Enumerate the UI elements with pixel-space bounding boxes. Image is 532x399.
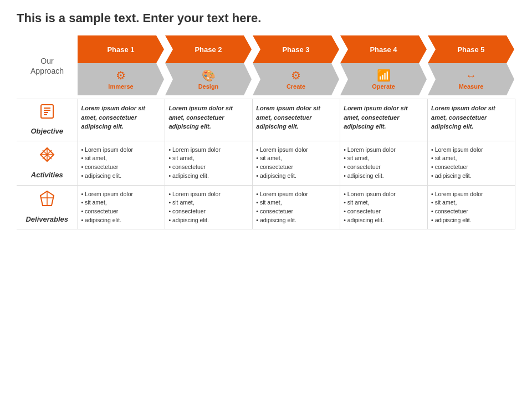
objective-text-5: Lorem ipsum dolor sit amet, consectetuer… bbox=[431, 105, 495, 130]
list-item: sit amet, bbox=[344, 154, 424, 162]
deliverables-icon bbox=[39, 190, 55, 213]
list-item: Lorem ipsum dolor bbox=[81, 146, 162, 154]
list-item: Lorem ipsum dolor bbox=[256, 146, 336, 154]
activities-list-2: Lorem ipsum dolor sit amet, consectetuer… bbox=[168, 146, 249, 180]
deliverables-cell-2: Lorem ipsum dolor sit amet, consectetuer… bbox=[165, 185, 253, 229]
list-item: consectetuer bbox=[168, 207, 249, 216]
phase-5-sublabel: Measure bbox=[459, 83, 484, 90]
list-item: consectetuer bbox=[256, 207, 336, 216]
activities-list-1: Lorem ipsum dolor sit amet, consectetuer… bbox=[81, 146, 162, 180]
activities-list-4: Lorem ipsum dolor sit amet, consectetuer… bbox=[344, 146, 424, 180]
phases-row: OurApproach Phase 1 ⚙ Immerse Phase 2 🎨 … bbox=[17, 35, 515, 96]
data-table: Objective Lorem ipsum dolor sit amet, co… bbox=[17, 99, 515, 229]
activities-label-cell: Activities bbox=[17, 141, 78, 185]
phase-2: Phase 2 🎨 Design bbox=[165, 35, 252, 96]
deliverables-cell-1: Lorem ipsum dolor sit amet, consectetuer… bbox=[78, 185, 165, 229]
list-item: Lorem ipsum dolor bbox=[344, 146, 424, 154]
list-item: consectetuer bbox=[81, 207, 162, 216]
list-item: consectetuer bbox=[168, 163, 249, 171]
objective-text-1: Lorem ipsum dolor sit amet, consectetuer… bbox=[81, 105, 146, 130]
phase-5-top: Phase 5 bbox=[428, 35, 514, 63]
list-item: Lorem ipsum dolor bbox=[431, 190, 511, 198]
deliverables-list-2: Lorem ipsum dolor sit amet, consectetuer… bbox=[168, 190, 249, 224]
activities-row-label: Activities bbox=[20, 146, 74, 181]
phase-5: Phase 5 ↔ Measure bbox=[428, 35, 514, 96]
list-item: consectetuer bbox=[81, 163, 162, 171]
list-item: adipiscing elit. bbox=[431, 172, 511, 180]
objective-cell-3: Lorem ipsum dolor sit amet, consectetuer… bbox=[253, 99, 340, 141]
list-item: consectetuer bbox=[344, 163, 424, 171]
phase-4-top: Phase 4 bbox=[340, 35, 427, 63]
activities-list-3: Lorem ipsum dolor sit amet, consectetuer… bbox=[256, 146, 336, 180]
deliverables-list-3: Lorem ipsum dolor sit amet, consectetuer… bbox=[256, 190, 336, 224]
objective-title: Objective bbox=[30, 126, 63, 136]
list-item: sit amet, bbox=[81, 198, 162, 207]
objective-cell-5: Lorem ipsum dolor sit amet, consectetuer… bbox=[428, 99, 515, 141]
list-item: sit amet, bbox=[256, 154, 336, 162]
list-item: adipiscing elit. bbox=[431, 216, 511, 224]
list-item: Lorem ipsum dolor bbox=[344, 190, 424, 198]
operate-icon: 📶 bbox=[377, 69, 391, 82]
list-item: consectetuer bbox=[344, 207, 424, 216]
phases-container: Phase 1 ⚙ Immerse Phase 2 🎨 Design Phase… bbox=[78, 35, 515, 96]
list-item: Lorem ipsum dolor bbox=[431, 146, 511, 154]
objective-label-cell: Objective bbox=[17, 99, 78, 141]
page-title: This is a sample text. Enter your text h… bbox=[17, 11, 515, 25]
page: This is a sample text. Enter your text h… bbox=[0, 0, 532, 399]
phase-1: Phase 1 ⚙ Immerse bbox=[78, 35, 164, 96]
deliverables-list-5: Lorem ipsum dolor sit amet, consectetuer… bbox=[431, 190, 511, 224]
objective-icon bbox=[39, 104, 55, 124]
activities-cell-4: Lorem ipsum dolor sit amet, consectetuer… bbox=[340, 141, 428, 185]
deliverables-cell-3: Lorem ipsum dolor sit amet, consectetuer… bbox=[253, 185, 340, 229]
objective-row-label: Objective bbox=[20, 104, 74, 136]
activities-title: Activities bbox=[31, 170, 63, 180]
deliverables-title: Deliverables bbox=[25, 214, 68, 224]
deliverables-row-label: Deliverables bbox=[20, 190, 74, 225]
deliverables-list-4: Lorem ipsum dolor sit amet, consectetuer… bbox=[344, 190, 424, 224]
activities-cell-1: Lorem ipsum dolor sit amet, consectetuer… bbox=[78, 141, 165, 185]
measure-icon: ↔ bbox=[466, 69, 477, 82]
activities-cell-2: Lorem ipsum dolor sit amet, consectetuer… bbox=[165, 141, 253, 185]
list-item: Lorem ipsum dolor bbox=[168, 190, 249, 198]
phase-3-sublabel: Create bbox=[287, 83, 305, 90]
activities-cell-5: Lorem ipsum dolor sit amet, consectetuer… bbox=[428, 141, 515, 185]
objective-cell-4: Lorem ipsum dolor sit amet, consectetuer… bbox=[340, 99, 428, 141]
phase-2-sublabel: Design bbox=[198, 83, 219, 90]
list-item: sit amet, bbox=[431, 198, 511, 207]
list-item: Lorem ipsum dolor bbox=[81, 190, 162, 198]
list-item: sit amet, bbox=[81, 154, 162, 162]
list-item: Lorem ipsum dolor bbox=[256, 190, 336, 198]
list-item: sit amet, bbox=[431, 154, 511, 162]
deliverables-list-1: Lorem ipsum dolor sit amet, consectetuer… bbox=[81, 190, 162, 224]
activities-list-5: Lorem ipsum dolor sit amet, consectetuer… bbox=[431, 146, 511, 180]
phase-2-top: Phase 2 bbox=[165, 35, 252, 63]
phase-4: Phase 4 📶 Operate bbox=[340, 35, 427, 96]
list-item: consectetuer bbox=[256, 163, 336, 171]
deliverables-cell-4: Lorem ipsum dolor sit amet, consectetuer… bbox=[340, 185, 428, 229]
phase-1-sublabel: Immerse bbox=[108, 83, 133, 90]
list-item: adipiscing elit. bbox=[256, 172, 336, 180]
phase-4-bottom: 📶 Operate bbox=[340, 63, 427, 95]
list-item: Lorem ipsum dolor bbox=[168, 146, 249, 154]
list-item: sit amet, bbox=[168, 198, 249, 207]
objective-text-3: Lorem ipsum dolor sit amet, consectetuer… bbox=[256, 105, 320, 130]
list-item: sit amet, bbox=[344, 198, 424, 207]
list-item: adipiscing elit. bbox=[344, 216, 424, 224]
approach-label: OurApproach bbox=[17, 35, 78, 96]
objective-cell-1: Lorem ipsum dolor sit amet, consectetuer… bbox=[78, 99, 165, 141]
activities-row: Activities Lorem ipsum dolor sit amet, c… bbox=[17, 141, 515, 185]
list-item: adipiscing elit. bbox=[81, 216, 162, 224]
activities-cell-3: Lorem ipsum dolor sit amet, consectetuer… bbox=[253, 141, 340, 185]
list-item: adipiscing elit. bbox=[344, 172, 424, 180]
objective-cell-2: Lorem ipsum dolor sit amet, consectetuer… bbox=[165, 99, 253, 141]
phase-3: Phase 3 ⚙ Create bbox=[253, 35, 339, 96]
phase-5-bottom: ↔ Measure bbox=[428, 63, 514, 95]
phase-1-bottom: ⚙ Immerse bbox=[78, 63, 164, 95]
phase-4-sublabel: Operate bbox=[372, 83, 395, 90]
deliverables-label-cell: Deliverables bbox=[17, 185, 78, 229]
list-item: adipiscing elit. bbox=[168, 216, 249, 224]
phase-1-top: Phase 1 bbox=[78, 35, 164, 63]
immerse-icon: ⚙ bbox=[116, 69, 126, 82]
objective-row: Objective Lorem ipsum dolor sit amet, co… bbox=[17, 99, 515, 141]
list-item: sit amet, bbox=[256, 198, 336, 207]
